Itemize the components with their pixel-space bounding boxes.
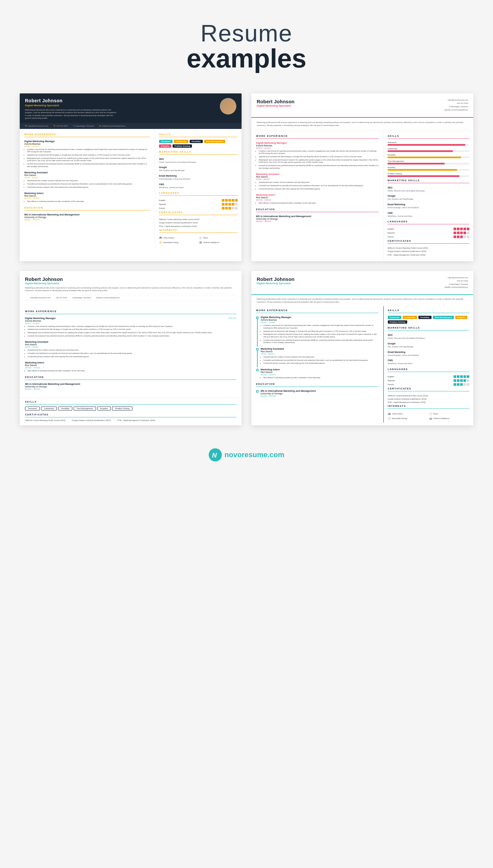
page-title-resume: Resume [6, 20, 487, 47]
skill-tag-empathy: Empathy [159, 144, 171, 148]
resume1-body: WORK EXPERIENCE Digital Marketing Manage… [20, 129, 241, 248]
videogames-icon: 🎮 [159, 236, 163, 240]
bullet: Updated and monitored the Bid Strategy i… [28, 328, 236, 331]
cert-1: SEMrush Content Marketing Toolkit Course… [159, 219, 238, 221]
resume4-header: Robert Johnson Digital Marketing Special… [252, 271, 473, 295]
resume1-google-text: Ads, Analytics and Tag Manager [159, 169, 238, 172]
resume4-cert-1: SEMrush Content Marketing Toolkit Course… [388, 395, 469, 397]
resume3-location: Copenhagen, Denmark [72, 297, 91, 299]
resume1-edu-degree: MS in International Marketing and Manage… [24, 213, 150, 216]
resume3-skill-tags-row: Teamwork Leadership Flexibility Time Man… [25, 407, 236, 411]
resume1-google: Google Ads, Analytics and Tag Manager [159, 166, 238, 172]
bullet: Assisted with the creation of press rele… [259, 181, 379, 184]
resume1-cms-text: WordPress, Joomla and Ghost [159, 186, 238, 189]
resume4-interests-section: INTERESTS [388, 405, 469, 409]
resume4-edu-dates: 05/2011 – 06/2016 [261, 395, 379, 397]
resume2-edu-degree: MS in International Marketing and Manage… [256, 215, 379, 218]
resume3-job2-bullets: Assisted with the creation of press rele… [25, 349, 236, 358]
resume2-job-1: Digital Marketing Manager Astoria Baumax… [256, 141, 379, 170]
skillbar-empathy: Empathy [387, 166, 469, 171]
resume1-email: ✉ robert@novoresume.com [25, 125, 48, 127]
resume-card-1: Robert Johnson Digital Marketing Special… [20, 94, 241, 261]
resume2-main: WORK EXPERIENCE Digital Marketing Manage… [252, 130, 383, 261]
cert-3: PCM – Digital Management Certification (… [159, 225, 238, 228]
ai-icon: 🤖 [429, 417, 432, 420]
bullet: Compiled and distributed successfully th… [28, 352, 236, 355]
resume3-skills-bottom: SKILLS Teamwork Leadership Flexibility T… [20, 397, 241, 425]
resume4-skills-section: SKILLS [388, 309, 469, 313]
resume1-title: Digital Marketing Specialist [25, 104, 117, 107]
resume2-cert-section: CERTIFICATES [387, 240, 469, 244]
timeline-dot-edu [256, 390, 259, 393]
resume2-edu-school: University of Chicago [256, 218, 379, 220]
resume1-lang-section: LANGUAGES [159, 191, 238, 196]
resume1-seo-title: SEO [159, 158, 238, 160]
resume3-phone: 044 412 2019 [56, 297, 67, 299]
resume4-job1-bullets: Created a new format for reporting and p… [261, 324, 379, 344]
resume1-seo: SEO Ahrefs, Semrush and Link-building Te… [159, 158, 238, 164]
novoresume-logo[interactable]: N novoresume.com [209, 448, 284, 461]
resume4-skill-tags: Teamwork Leadership Flexibility Time Man… [388, 316, 469, 324]
resume4-cert-3: PCM – Digital Management Certification (… [388, 401, 469, 404]
resume1-google-title: Google [159, 166, 238, 168]
resume1-cms: CMS WordPress, Joomla and Ghost [159, 183, 238, 189]
resume1-skill-tags: Teamwork Leadership Flexibility Time Man… [159, 140, 238, 148]
skillbar-timemanagement: Time Management [387, 160, 469, 164]
resume2-job-2: Marketing Assistant Riot Games 4/2015 – … [256, 173, 379, 190]
phone-icon: ✆ [53, 125, 56, 127]
resume4-job3-title: Marketing Intern [261, 368, 379, 371]
resume2-job3-dates: 06/2014 – 03/2015 [256, 199, 379, 201]
skillbar-teamwork: Teamwork [387, 141, 469, 146]
resume4-header-left: Robert Johnson Digital Marketing Special… [257, 276, 295, 285]
resume4-body: WORK EXPERIENCE Digital Marketing Manage… [252, 306, 473, 423]
resume4-cert-2: Google Analytics Individual Qualificatio… [388, 398, 469, 400]
resume2-work-section: WORK EXPERIENCE [256, 135, 379, 139]
resume1-mktg-section: MARKETING SKILLS [159, 150, 238, 154]
resume2-sidebar: SKILLS Teamwork Leadership Flexibility T… [383, 130, 473, 261]
resume4-emailmktg: Email Marketing ActiveCampaign, Litmus a… [388, 351, 469, 357]
renewable-icon: ⚡ [388, 417, 391, 420]
resume1-job3-bullets: Was offered a marketing assistant job af… [24, 200, 150, 203]
bullet: Updated and monitored the Bid Strategy i… [27, 154, 150, 157]
resume1-interests-section: INTERESTS [159, 229, 238, 233]
music-icon: ♪ [429, 412, 432, 415]
skill-teamwork: Teamwork [25, 407, 40, 411]
resume3-title: Digital Marketing Specialist [25, 282, 236, 285]
timeline-dot-2 [256, 348, 259, 351]
interest-ai: 🤖 Artificial Intelligence [199, 241, 238, 244]
resume1-lang-english: English [159, 199, 238, 202]
resume4-job2-title: Marketing Assistant [261, 347, 379, 350]
resume3-job1-bullets: Created a new format for reporting and p… [25, 325, 236, 337]
cert-2: Google Analytics Individual Qualificatio… [159, 222, 238, 224]
resume-card-3: Robert Johnson Digital Marketing Special… [20, 271, 241, 425]
timeline-line-2 [257, 351, 258, 367]
skill-tag-timemanagement: Time Management [433, 316, 454, 319]
bullet: Compiled and distributed successfully th… [263, 359, 379, 362]
skill-tag-flexibility: Flexibility [419, 316, 431, 319]
resume1-cert-section: CERTIFICATES [159, 211, 238, 215]
resume1-job1-company: Astoria Baumax [24, 143, 150, 145]
bullet: Located and proposed new potential busin… [27, 163, 150, 168]
resume3-job3-title: Marketing Intern [25, 361, 236, 364]
resume1-edu-school: University of Chicago [24, 216, 150, 219]
resume2-name: Robert Johnson [257, 99, 295, 104]
interest-videogames: 🎮 Video Games [388, 412, 428, 415]
resume3-cert-3: PCM – Digital Management Certification (… [117, 419, 155, 422]
bullet: Created a new format for reporting and p… [263, 324, 379, 329]
resume3-cert-2: Google Analytics Individual Qualificatio… [72, 419, 111, 422]
resume2-job1-bullets: Created a new format for reporting and p… [256, 150, 379, 170]
bullet: Created a new format for reporting and p… [27, 148, 150, 153]
resume1-header-left: Robert Johnson Digital Marketing Special… [25, 98, 117, 120]
bullet: Redesigned and conducted keyword researc… [263, 333, 379, 338]
bullet: Updated and monitored the Bid Strategy i… [263, 330, 379, 333]
resume3-job3-bullets: Was offered a marketing assistant job af… [25, 370, 236, 372]
resume4-lang-spanish: Spanish [388, 379, 469, 382]
resume1-job-3: Marketing Intern Riot Games 06/2014 – 03… [24, 192, 150, 203]
resume4-job2-company: Riot Games [261, 350, 379, 353]
page-header: Resume examples [0, 0, 493, 87]
resume3-job1-dates: New York [229, 317, 236, 322]
bullet: Located and proposed new potential busin… [259, 164, 379, 169]
skill-tag-leadership: Leadership [174, 140, 188, 143]
svg-text:N: N [212, 452, 217, 459]
resume4-title: Digital Marketing Specialist [257, 282, 295, 285]
